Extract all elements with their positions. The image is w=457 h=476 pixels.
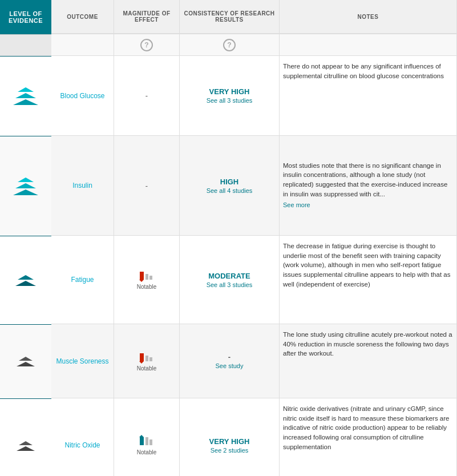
consistency-link-nitric-oxide[interactable]: See 2 studies — [211, 447, 249, 454]
level-of-evidence-column: LEVEL OF EVIDENCE — [0, 0, 51, 476]
consistency-link-muscle-soreness[interactable]: See study — [216, 362, 244, 369]
level-icon-muscle-soreness — [17, 352, 35, 371]
magnitude-fatigue: Notable — [114, 236, 180, 324]
row-fatigue: Fatigue Notable — [51, 236, 457, 324]
level-icon-insulin — [13, 173, 38, 200]
consistency-link-insulin[interactable]: See all 4 studies — [207, 187, 253, 194]
svg-rect-10 — [145, 437, 148, 445]
outcome-muscle-soreness: Muscle Soreness — [51, 324, 114, 398]
svg-rect-3 — [149, 276, 152, 280]
level-icon-blood-glucose — [13, 83, 38, 110]
notable-icon-nitric-oxide: Notable — [137, 435, 156, 455]
svg-marker-5 — [139, 361, 144, 364]
svg-rect-0 — [140, 272, 144, 280]
notable-bars-svg-nitric — [139, 435, 154, 447]
svg-rect-2 — [145, 274, 148, 280]
magnitude-insulin: - — [114, 136, 180, 235]
notes-insulin: Most studies note that there is no signi… — [280, 136, 457, 235]
consistency-fatigue: MODERATE See all 3 studies — [180, 236, 280, 324]
level-icon-fatigue — [15, 271, 36, 291]
level-row-blood-glucose — [0, 56, 51, 136]
level-header-text: LEVEL OF EVIDENCE — [3, 10, 48, 24]
table-header-row: OUTCOME MAGNITUDE OF EFFECT CONSISTENCY … — [51, 0, 457, 34]
magnitude-nitric-oxide: Notable — [114, 398, 180, 476]
outcome-insulin: Insulin — [51, 136, 114, 235]
svg-rect-4 — [140, 353, 144, 361]
level-icon-nitric-oxide — [17, 437, 35, 455]
level-subheader — [0, 34, 51, 56]
magnitude-help-icon[interactable]: ? — [140, 39, 153, 51]
svg-rect-9 — [140, 437, 144, 445]
notes-fatigue: The decrease in fatigue during exercise … — [280, 236, 457, 324]
notable-icon-muscle-soreness: Notable — [137, 351, 156, 372]
consistency-muscle-soreness: - See study — [180, 324, 280, 398]
level-row-insulin — [0, 136, 51, 236]
consistency-help-icon[interactable]: ? — [223, 39, 236, 51]
notes-subheader — [280, 34, 457, 55]
subheader-row: ? ? — [51, 34, 457, 56]
svg-rect-11 — [149, 439, 152, 445]
level-row-nitric-oxide — [0, 398, 51, 476]
svg-marker-1 — [139, 280, 144, 282]
magnitude-muscle-soreness: Notable — [114, 324, 180, 398]
consistency-blood-glucose: VERY HIGH See all 3 studies — [180, 56, 280, 135]
consistency-link-fatigue[interactable]: See all 3 studies — [207, 281, 253, 288]
level-row-fatigue — [0, 236, 51, 324]
notable-bars-svg-fatigue — [139, 269, 154, 282]
level-row-muscle-soreness — [0, 324, 51, 398]
notes-blood-glucose: There do not appear to be any significan… — [280, 56, 457, 135]
svg-rect-6 — [145, 356, 148, 361]
consistency-insulin: HIGH See all 4 studies — [180, 136, 280, 235]
notes-nitric-oxide: Nitric oxide derivatives (nitrate and ur… — [280, 398, 457, 476]
notable-icon-fatigue: Notable — [137, 269, 156, 290]
row-muscle-soreness: Muscle Soreness Notable - — [51, 324, 457, 398]
svg-rect-7 — [149, 357, 152, 361]
outcome-nitric-oxide: Nitric Oxide — [51, 398, 114, 476]
row-insulin: Insulin - HIGH See all 4 studies Most st… — [51, 136, 457, 236]
magnitude-subheader[interactable]: ? — [114, 34, 180, 55]
see-more-link-insulin[interactable]: See more — [283, 201, 310, 210]
level-header: LEVEL OF EVIDENCE — [0, 0, 51, 34]
row-blood-glucose: Blood Glucose - VERY HIGH See all 3 stud… — [51, 56, 457, 136]
magnitude-blood-glucose: - — [114, 56, 180, 135]
magnitude-header: MAGNITUDE OF EFFECT — [114, 0, 180, 33]
notable-bars-svg-muscle — [139, 351, 154, 364]
evidence-table: LEVEL OF EVIDENCE — [0, 0, 457, 476]
main-content: OUTCOME MAGNITUDE OF EFFECT CONSISTENCY … — [51, 0, 457, 476]
consistency-nitric-oxide: VERY HIGH See 2 studies — [180, 398, 280, 476]
outcome-subheader — [51, 34, 114, 55]
notes-muscle-soreness: The lone study using citrulline acutely … — [280, 324, 457, 398]
row-nitric-oxide: Nitric Oxide Notable — [51, 398, 457, 476]
outcome-blood-glucose: Blood Glucose — [51, 56, 114, 135]
consistency-link-blood-glucose[interactable]: See all 3 studies — [207, 97, 253, 104]
notes-header: NOTES — [280, 0, 457, 33]
outcome-fatigue: Fatigue — [51, 236, 114, 324]
consistency-header: CONSISTENCY OF RESEARCH RESULTS — [180, 0, 280, 33]
svg-marker-8 — [139, 435, 144, 437]
outcome-header: OUTCOME — [51, 0, 114, 33]
consistency-subheader[interactable]: ? — [180, 34, 280, 55]
